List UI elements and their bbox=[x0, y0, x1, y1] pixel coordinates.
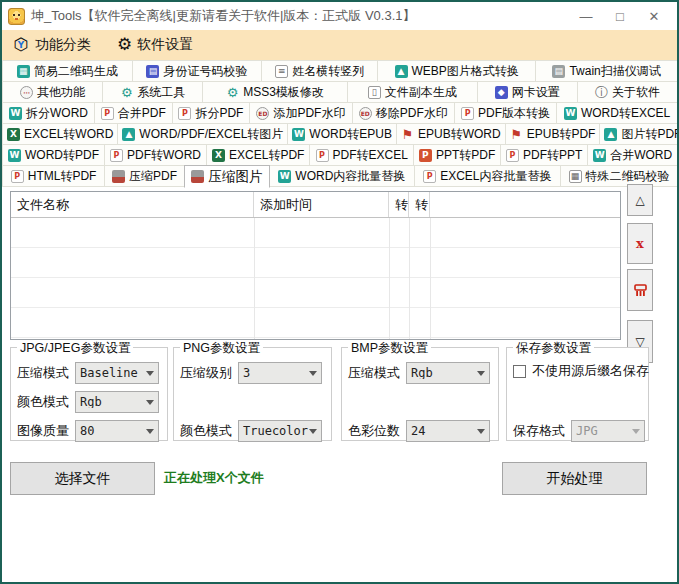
function-button[interactable]: ⚑EPUB转PDF bbox=[505, 123, 601, 145]
clear-list-button[interactable] bbox=[627, 269, 653, 311]
function-button[interactable]: ED移除PDF水印 bbox=[352, 102, 455, 124]
function-button-label: WORD转EPUB bbox=[309, 126, 392, 143]
function-button[interactable]: PPDF转WORD bbox=[104, 144, 207, 166]
param-dropdown[interactable]: Rgb bbox=[75, 391, 159, 413]
move-up-button[interactable]: △ bbox=[627, 184, 653, 216]
function-button[interactable]: ED添加PDF水印 bbox=[249, 102, 352, 124]
function-button[interactable]: P拆分PDF bbox=[172, 102, 251, 124]
function-button[interactable]: ⚙MSS3模板修改 bbox=[202, 81, 347, 103]
param-row: 图像质量80 bbox=[17, 420, 159, 442]
param-dropdown[interactable]: 80 bbox=[75, 420, 159, 442]
param-dropdown[interactable]: Rgb bbox=[406, 362, 490, 384]
function-button-label: 身份证号码校验 bbox=[163, 63, 247, 80]
param-dropdown[interactable]: Baseline bbox=[75, 362, 159, 384]
function-button-label: WORD/PDF/EXCEL转图片 bbox=[139, 126, 283, 143]
groupbox-1: JPG/JPEG参数设置压缩模式Baseline颜色模式Rgb图像质量80 bbox=[10, 347, 168, 441]
param-dropdown[interactable]: 3 bbox=[238, 362, 322, 384]
dropdown-value: Rgb bbox=[411, 367, 477, 379]
gear-teal-icon: ⚙ bbox=[120, 86, 133, 99]
file-table: 文件名称添加时间转转 bbox=[10, 191, 621, 340]
main-toolbar: ⬡Y功能分类⚙软件设置 bbox=[2, 30, 677, 60]
param-label: 压缩级别 bbox=[180, 364, 232, 382]
function-button[interactable]: XEXCEL转WORD bbox=[2, 123, 118, 145]
delete-x-icon: x bbox=[636, 237, 644, 250]
function-button[interactable]: XEXCEL转PDF bbox=[206, 144, 311, 166]
function-button-label: PDF转WORD bbox=[127, 147, 201, 164]
function-button[interactable]: PHTML转PDF bbox=[2, 165, 105, 187]
function-button-label: WEBP图片格式转换 bbox=[412, 63, 519, 80]
button-row-2: ···其他功能⚙系统工具⚙MSS3模板修改▯文件副本生成◆网卡设置ⓘ关于软件 bbox=[2, 81, 677, 102]
word-icon: W bbox=[593, 149, 606, 162]
function-button[interactable]: ≡姓名横转竖列 bbox=[261, 60, 378, 82]
maximize-button[interactable]: □ bbox=[603, 4, 637, 28]
function-button-label: 合并WORD bbox=[610, 147, 672, 164]
function-button[interactable]: PEXCEL内容批量替换 bbox=[414, 165, 562, 187]
column-header-3: 转 bbox=[389, 192, 409, 217]
function-button[interactable]: PPPT转PDF bbox=[413, 144, 501, 166]
column-header-1: 文件名称 bbox=[11, 192, 254, 217]
groupbox-title: JPG/JPEG参数设置 bbox=[17, 340, 133, 357]
function-button[interactable]: ▤身份证号码校验 bbox=[132, 60, 263, 82]
function-button[interactable]: P合并PDF bbox=[94, 102, 173, 124]
document-icon: ▯ bbox=[368, 86, 381, 99]
function-button[interactable]: ▦特殊二维码校验 bbox=[560, 165, 678, 187]
function-button[interactable]: PPDF转EXCEL bbox=[309, 144, 414, 166]
function-button[interactable]: ▲WORD/PDF/EXCEL转图片 bbox=[117, 123, 288, 145]
table-column-divider bbox=[254, 218, 255, 339]
function-button[interactable]: W拆分WORD bbox=[2, 102, 95, 124]
function-button[interactable]: ···其他功能 bbox=[2, 81, 103, 103]
function-button-label: 压缩PDF bbox=[129, 168, 177, 185]
function-button-label: 拆分WORD bbox=[26, 105, 88, 122]
word-icon: W bbox=[292, 128, 305, 141]
param-dropdown[interactable]: JPG bbox=[571, 420, 645, 442]
start-processing-button[interactable]: 开始处理 bbox=[502, 462, 647, 495]
function-button[interactable]: ⓘ关于软件 bbox=[577, 81, 678, 103]
file-table-body[interactable] bbox=[11, 218, 620, 339]
function-button-label: 简易二维码生成 bbox=[34, 63, 118, 80]
function-button[interactable]: ⚑EPUB转WORD bbox=[396, 123, 506, 145]
toolbar-item-categories[interactable]: ⬡Y功能分类 bbox=[12, 36, 91, 54]
function-button[interactable]: ▦简易二维码生成 bbox=[2, 60, 133, 82]
pdf-icon: P bbox=[316, 149, 329, 162]
param-row: 色彩位数24 bbox=[348, 420, 490, 442]
function-button-label: WORD转PDF bbox=[25, 147, 99, 164]
function-button[interactable]: ▤Twain扫描仪调试 bbox=[535, 60, 678, 82]
function-button[interactable]: ◆网卡设置 bbox=[477, 81, 578, 103]
ppt-icon: P bbox=[419, 149, 432, 162]
up-triangle-icon: △ bbox=[635, 193, 644, 207]
pdf-icon: P bbox=[461, 107, 474, 120]
chevron-down-icon bbox=[477, 371, 485, 376]
function-button[interactable]: PPDF转PPT bbox=[500, 144, 588, 166]
button-row-5: WWORD转PDFPPDF转WORDXEXCEL转PDFPPDF转EXCELPP… bbox=[2, 144, 677, 165]
function-button[interactable]: ▲图片转PDF bbox=[599, 123, 679, 145]
function-button[interactable]: ⚙系统工具 bbox=[102, 81, 203, 103]
toolbar-item-settings[interactable]: ⚙软件设置 bbox=[117, 36, 193, 54]
table-column-divider bbox=[389, 218, 390, 339]
function-button[interactable]: W合并WORD bbox=[587, 144, 678, 166]
excel-icon: X bbox=[7, 128, 20, 141]
chevron-down-icon bbox=[309, 371, 317, 376]
function-button[interactable]: WWORD转PDF bbox=[2, 144, 105, 166]
param-row: 颜色模式Rgb bbox=[17, 391, 159, 413]
pdf-icon: P bbox=[101, 107, 114, 120]
pdf-icon: P bbox=[110, 149, 123, 162]
param-dropdown[interactable]: Truecolor bbox=[238, 420, 322, 442]
function-button[interactable]: WWORD转EXCEL bbox=[556, 102, 678, 124]
function-button-label: PDF转EXCEL bbox=[333, 147, 408, 164]
select-files-button[interactable]: 选择文件 bbox=[10, 462, 155, 495]
category-hexagon-icon: ⬡Y bbox=[12, 36, 30, 54]
minimize-button[interactable]: — bbox=[569, 4, 603, 28]
function-button[interactable]: WWORD转EPUB bbox=[287, 123, 397, 145]
no-source-extension-checkbox[interactable] bbox=[513, 365, 526, 378]
close-button[interactable]: ✕ bbox=[637, 4, 671, 28]
function-button[interactable]: ▲WEBP图片格式转换 bbox=[377, 60, 536, 82]
toolbar-item-label: 软件设置 bbox=[137, 36, 193, 54]
function-button[interactable]: 压缩图片 bbox=[184, 165, 270, 188]
param-dropdown[interactable]: 24 bbox=[406, 420, 490, 442]
function-button[interactable]: ▯文件副本生成 bbox=[347, 81, 478, 103]
image-icon: ▲ bbox=[604, 128, 617, 141]
function-button[interactable]: 压缩PDF bbox=[104, 165, 185, 187]
function-button[interactable]: PPDF版本转换 bbox=[454, 102, 557, 124]
function-button[interactable]: WWORD内容批量替换 bbox=[269, 165, 415, 187]
delete-item-button[interactable]: x bbox=[627, 223, 653, 264]
